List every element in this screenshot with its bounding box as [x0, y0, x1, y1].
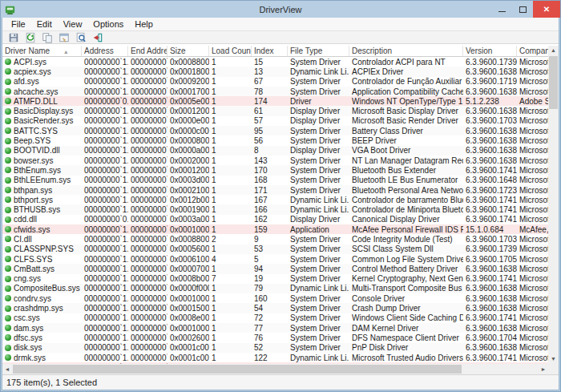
cell-ver: 6.3.9600.16384 [463, 304, 517, 313]
column-header-name[interactable]: Driver Name▴ [2, 46, 82, 56]
cell-ver: 6.3.9600.17415 [463, 166, 517, 175]
cell-end: 00000000`1... [128, 176, 167, 184]
cell-co: Microsoft C [517, 176, 548, 184]
menu-options[interactable]: Options [87, 18, 129, 30]
table-row[interactable]: BasicDisplay.sys00000000`1...00000000`1.… [2, 106, 548, 115]
table-row[interactable]: CLFS.SYS00000000`1...00000000`1...0x0006… [2, 254, 548, 264]
cell-ver: 6.3.9600.16384 [463, 67, 517, 76]
table-row[interactable]: bthpan.sys00000000`1...00000000`1...0x00… [2, 185, 548, 195]
cell-size: 0x00020000 [167, 156, 209, 165]
cell-load: 1 [209, 97, 252, 106]
driver-icon [5, 127, 11, 134]
column-header-type[interactable]: File Type [288, 46, 349, 56]
scroll-left-icon[interactable]: ◄ [2, 364, 12, 374]
column-header-size[interactable]: Size [167, 46, 209, 56]
table-row[interactable]: dfsc.sys00000000`1...00000000`1...0x0002… [2, 333, 548, 342]
table-row[interactable]: afd.sys00000000`1...00000000`1...0x00092… [2, 77, 548, 87]
menu-help[interactable]: Help [129, 18, 159, 30]
table-row[interactable]: cng.sys00000000`1...00000000`1...0x0008b… [2, 274, 548, 284]
column-header-ver[interactable]: Version [463, 46, 517, 56]
menu-file[interactable]: File [6, 18, 31, 30]
table-row[interactable]: BthLEEnum.sys00000000`1...00000000`1...0… [2, 176, 548, 185]
column-header-desc[interactable]: Description [349, 46, 463, 56]
table-row[interactable]: CompositeBus.sys00000000`1...00000000`1.… [2, 284, 548, 293]
cell-type: Dynamic Link Li... [288, 354, 349, 362]
driver-icon [5, 59, 11, 65]
table-row[interactable]: CI.dll00000000`1...00000000`1...0x000880… [2, 234, 548, 244]
copy-icon[interactable] [38, 31, 55, 43]
minimize-button[interactable] [491, 1, 512, 18]
cell-co: Microsoft C [517, 354, 548, 362]
cell-size: 0x00007000 [167, 265, 209, 273]
driver-icon [5, 276, 11, 282]
sort-ascending-icon: ▴ [64, 48, 67, 55]
table-row[interactable]: ACPI.sys00000000`1...00000000`1...0x0008… [2, 57, 548, 67]
table-row[interactable]: BOOTVID.dll00000000`1...00000000`1...0x0… [2, 146, 548, 156]
table-row[interactable]: acpiex.sys00000000`1...00000000`1...0x00… [2, 67, 548, 76]
menu-edit[interactable]: Edit [31, 18, 58, 30]
table-row[interactable]: BasicRender.sys00000000`1...00000000`1..… [2, 116, 548, 126]
title-bar[interactable]: DriverView ✕ [1, 1, 560, 18]
cell-end: 00000000`1... [128, 156, 167, 165]
table-row[interactable]: condrv.sys00000000`1...00000000`1...0x00… [2, 293, 548, 303]
column-header-load[interactable]: Load Count [209, 46, 252, 56]
refresh-icon[interactable] [22, 31, 38, 43]
table-row[interactable]: dam.sys00000000`1...00000000`1...0x00010… [2, 323, 548, 333]
cell-name: CI.dll [2, 235, 82, 244]
table-row[interactable]: disk.sys00000000`1...00000000`1...0x0001… [2, 343, 548, 353]
table-row[interactable]: cdd.dll00000000`0...00000000`0...0x0003a… [2, 215, 548, 224]
table-row[interactable]: csc.sys00000000`1...00000000`1...0x0008e… [2, 313, 548, 323]
cell-load: 1 [209, 136, 252, 145]
scroll-right-icon[interactable]: ► [539, 364, 548, 374]
cell-co: Microsoft C [517, 205, 548, 214]
find-icon[interactable] [72, 31, 89, 43]
cell-size: 0x00015000 [167, 304, 209, 313]
menu-view[interactable]: View [58, 18, 88, 30]
cell-end: 00000000`1... [128, 294, 167, 303]
column-header-addr[interactable]: Address [82, 46, 128, 56]
exit-icon[interactable] [89, 31, 106, 43]
cell-addr: 00000000`1... [82, 67, 128, 76]
maximize-button[interactable] [512, 1, 533, 18]
table-row[interactable]: bthport.sys00000000`1...00000000`1...0x0… [2, 195, 548, 204]
scroll-down-icon[interactable]: ▼ [548, 354, 559, 364]
cell-desc: Microsoft Basic Render Driver [349, 116, 463, 125]
driver-icon [5, 285, 11, 292]
table-row[interactable]: Beep.SYS00000000`1...00000000`1...0x0000… [2, 135, 548, 145]
table-row[interactable]: ATMFD.DLL00000000`0...00000000`0...0x000… [2, 96, 548, 106]
close-button[interactable]: ✕ [533, 1, 560, 18]
scroll-up-icon[interactable]: ▲ [548, 46, 559, 55]
table-row[interactable]: CmBatt.sys00000000`1...00000000`1...0x00… [2, 264, 548, 273]
driver-icon [5, 88, 11, 95]
table-row[interactable]: BthEnum.sys00000000`1...00000000`1...0x0… [2, 165, 548, 175]
vertical-scroll-thumb[interactable] [549, 56, 558, 109]
column-header-idx[interactable]: Index [252, 46, 288, 56]
column-header-end[interactable]: End Address [128, 46, 167, 56]
properties-icon[interactable] [55, 31, 72, 43]
cell-end: 00000000`1... [128, 304, 167, 313]
cell-ver: 6.3.9600.17194 [463, 77, 517, 86]
cell-ver: 15.1.0.684 [463, 225, 517, 234]
table-row[interactable]: crashdmp.sys00000000`1...00000000`1...0x… [2, 303, 548, 313]
table-row[interactable]: drmk.sys00000000`1...00000000`1...0x0001… [2, 353, 548, 362]
cell-addr: 00000000`1... [82, 77, 128, 86]
cell-type: System Driver [288, 324, 349, 333]
table-row[interactable]: BTHUSB.sys00000000`1...00000000`1...0x00… [2, 204, 548, 214]
table-row[interactable]: bowser.sys00000000`1...00000000`1...0x00… [2, 156, 548, 165]
cell-co: Microsoft C [517, 274, 548, 283]
table-row[interactable]: CLASSPNP.SYS00000000`1...00000000`1...0x… [2, 244, 548, 254]
vertical-scrollbar[interactable]: ▲ ▼ [548, 46, 559, 364]
cell-addr: 00000000`1... [82, 313, 128, 322]
cell-load: 1 [209, 196, 252, 204]
cell-addr: 00000000`1... [82, 333, 128, 342]
save-icon[interactable] [5, 31, 22, 43]
horizontal-scroll-thumb[interactable] [13, 365, 462, 374]
cell-load: 7 [209, 274, 252, 283]
cell-addr: 00000000`1... [82, 294, 128, 303]
table-row[interactable]: cfwids.sys00000000`1...00000000`1...0x00… [2, 224, 548, 234]
table-row[interactable]: BATTC.SYS00000000`1...00000000`1...0x000… [2, 126, 548, 135]
cell-idx: 174 [252, 97, 288, 106]
table-row[interactable]: ahcache.sys00000000`1...00000000`1...0x0… [2, 87, 548, 96]
cell-desc: Controlador de Miniporta Bluetooth [349, 205, 463, 214]
horizontal-scrollbar[interactable]: ◄ ► [2, 364, 548, 374]
